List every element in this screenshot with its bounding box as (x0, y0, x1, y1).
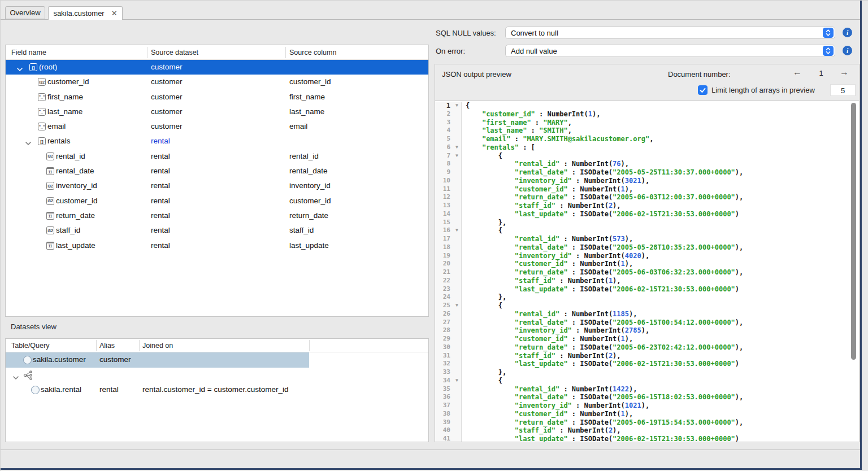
schema-field-row[interactable]: []rentalsrental (6, 134, 428, 149)
limit-value-field[interactable]: 5 (830, 84, 856, 96)
col-alias: Alias (99, 339, 115, 352)
fold-toggle-icon[interactable]: ▼ (452, 152, 462, 160)
fold-spacer (452, 293, 462, 302)
dataset-rows: sakila.customercustomersakila.rentalrent… (6, 352, 428, 398)
datasets-header: Table/Query Alias Joined on (6, 339, 428, 352)
schema-field-row[interactable]: {}(root)customer (6, 60, 428, 75)
limit-arrays-checkbox[interactable] (698, 85, 708, 95)
code-line: 10 "inventory_id" : NumberInt(3021), (435, 177, 859, 185)
line-number: 10 (435, 177, 452, 185)
line-number: 37 (435, 402, 452, 410)
sql-null-values-select[interactable]: Convert to null (505, 27, 835, 39)
field-name: return_date (56, 208, 95, 223)
source-column: email (289, 119, 307, 134)
code-line: 9 "rental_date" : ISODate("2005-05-25T11… (435, 168, 859, 177)
code-text: { (462, 226, 502, 235)
source-dataset: rental (151, 164, 170, 178)
chevron-down-icon[interactable] (12, 373, 19, 378)
join-node-row[interactable] (6, 368, 428, 383)
source-column: rental_id (289, 149, 319, 164)
fold-spacer (452, 360, 462, 368)
select-stepper-icon (823, 28, 834, 38)
tab-overview[interactable]: Overview (5, 6, 45, 19)
next-document-arrow-icon[interactable]: → (840, 67, 849, 77)
dataset-row[interactable]: sakila.customercustomer (6, 352, 428, 368)
fold-toggle-icon[interactable]: ▼ (452, 226, 462, 235)
document-number-label: Document number: (668, 69, 731, 80)
source-dataset: customer (151, 60, 183, 75)
field-name: rental_id (56, 149, 85, 164)
schema-field-row[interactable]: "_"last_namecustomerlast_name (6, 104, 428, 119)
fold-spacer (452, 335, 462, 343)
field-name: customer_id (47, 75, 89, 89)
code-text: "customer_id" : NumberInt(1), (462, 410, 633, 418)
source-dataset[interactable]: rental (151, 134, 170, 149)
int32-type-icon: i32 (38, 78, 46, 86)
json-output-preview-title: JSON output preview (442, 69, 511, 80)
schema-field-row[interactable]: i32customer_idrentalcustomer_id (6, 194, 428, 208)
fold-spacer (452, 310, 462, 319)
string-type-icon: "_" (38, 93, 46, 101)
schema-field-row[interactable]: 11last_updaterentallast_update (6, 238, 428, 253)
code-line: 33 }, (435, 368, 859, 377)
window-edge-right (860, 1, 862, 470)
source-dataset: rental (151, 223, 170, 238)
line-number: 24 (435, 293, 452, 302)
tab-close-icon[interactable]: ✕ (111, 10, 118, 17)
fold-toggle-icon[interactable]: ▼ (452, 102, 462, 110)
line-number: 2 (435, 110, 452, 119)
chevron-down-icon[interactable] (25, 138, 32, 144)
schema-field-row[interactable]: i32staff_idrentalstaff_id (6, 223, 428, 238)
code-line: 32 "last_update" : ISODate("2006-02-15T2… (435, 360, 859, 368)
on-error-info-icon[interactable]: i (843, 46, 852, 55)
dataset-row[interactable]: sakila.rentalrentalrental.customer_id = … (6, 382, 428, 398)
code-line: 4 "last_name" : "SMITH", (435, 127, 859, 135)
fold-toggle-icon[interactable]: ▼ (452, 143, 462, 152)
line-number: 36 (435, 393, 452, 402)
chevron-down-icon[interactable] (16, 64, 23, 70)
sql-null-info-icon[interactable]: i (843, 28, 852, 37)
source-column: return_date (289, 208, 328, 223)
source-column: rental_date (289, 164, 328, 178)
line-number: 15 (435, 219, 452, 227)
code-line: 3 "first_name" : "MARY", (435, 119, 859, 127)
prev-document-arrow-icon[interactable]: ← (793, 67, 802, 77)
col-table-query: Table/Query (11, 339, 49, 352)
code-text: "staff_id" : NumberInt(2), (462, 426, 621, 435)
code-line: 7▼ { (435, 152, 859, 160)
fold-spacer (452, 160, 462, 168)
code-line: 6▼ "rentals" : [ (435, 143, 859, 152)
source-column: inventory_id (289, 178, 331, 193)
schema-field-row[interactable]: 11return_daterentalreturn_date (6, 208, 428, 223)
schema-field-row[interactable]: i32inventory_idrentalinventory_id (6, 178, 428, 193)
sql-null-values-value: Convert to null (506, 29, 823, 37)
fold-spacer (452, 210, 462, 219)
code-text: { (462, 377, 502, 385)
code-text: "customer_id" : NumberInt(1), (462, 260, 633, 268)
json-scrollbar[interactable] (851, 103, 856, 360)
schema-field-row[interactable]: "_"emailcustomeremail (6, 119, 428, 134)
code-line: 5 "email" : "MARY.SMITH@sakilacustomer.o… (435, 135, 859, 143)
tab-sakila-customer[interactable]: sakila.customer ✕ (48, 6, 123, 20)
code-text: "return_date" : ISODate("2005-06-19T15:5… (462, 418, 743, 427)
fold-toggle-icon[interactable]: ▼ (452, 302, 462, 310)
code-text: "rental_id" : NumberInt(1185), (462, 310, 637, 319)
schema-toolbar: Schema view (1, 21, 429, 43)
line-number: 41 (435, 435, 452, 442)
fold-spacer (452, 410, 462, 418)
schema-field-row[interactable]: i32rental_idrentalrental_id (6, 149, 428, 164)
on-error-select[interactable]: Add null value (505, 45, 835, 57)
fold-spacer (452, 435, 462, 442)
tab-bar: Overview sakila.customer ✕ (1, 1, 868, 19)
code-line: 18 "rental_date" : ISODate("2005-05-28T1… (435, 243, 859, 252)
schema-field-row[interactable]: 11rental_daterentalrental_date (6, 164, 428, 178)
schema-field-row[interactable]: "_"first_namecustomerfirst_name (6, 90, 428, 104)
code-text: "staff_id" : NumberInt(2), (462, 202, 621, 210)
schema-field-row[interactable]: i32customer_idcustomercustomer_id (6, 75, 428, 89)
line-number: 38 (435, 410, 452, 418)
dataset-table-name: sakila.rental (41, 382, 81, 398)
code-line: 27 "rental_date" : ISODate("2005-06-15T0… (435, 319, 859, 327)
fold-toggle-icon[interactable]: ▼ (452, 377, 462, 385)
code-text: { (462, 302, 502, 310)
json-code-area: 1▼{2 "customer_id" : NumberInt(1),3 "fir… (435, 102, 859, 442)
